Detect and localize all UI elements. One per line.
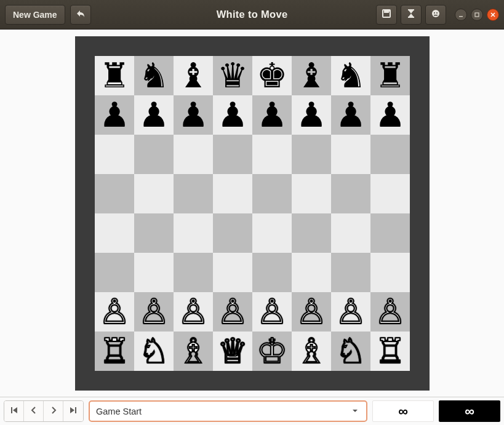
piece-wq[interactable]: ♕	[217, 334, 248, 368]
piece-wp[interactable]: ♙	[178, 295, 209, 329]
square[interactable]: ♙	[95, 292, 134, 332]
square[interactable]: ♝	[292, 56, 331, 95]
history-next-button[interactable]	[44, 401, 63, 421]
undo-button[interactable]	[70, 5, 91, 25]
square[interactable]: ♖	[370, 332, 410, 371]
square[interactable]	[95, 253, 134, 292]
square[interactable]: ♔	[252, 332, 292, 371]
square[interactable]	[292, 213, 331, 253]
piece-bp[interactable]: ♟	[138, 98, 169, 132]
piece-bn[interactable]: ♞	[335, 58, 366, 93]
piece-wp[interactable]: ♙	[335, 295, 366, 329]
square[interactable]	[331, 174, 370, 213]
square[interactable]	[174, 213, 213, 253]
piece-bp[interactable]: ♟	[257, 98, 287, 132]
square[interactable]	[331, 213, 370, 253]
square[interactable]	[370, 213, 410, 253]
square[interactable]: ♘	[331, 332, 370, 371]
square[interactable]: ♟	[292, 95, 331, 135]
square[interactable]: ♟	[95, 95, 134, 135]
square[interactable]: ♙	[213, 292, 252, 332]
save-button[interactable]	[376, 5, 397, 25]
close-button[interactable]	[487, 9, 499, 21]
square[interactable]	[331, 135, 370, 174]
piece-wp[interactable]: ♙	[138, 295, 169, 329]
minimize-button[interactable]	[455, 9, 467, 21]
square[interactable]: ♗	[292, 332, 331, 371]
piece-bb[interactable]: ♝	[178, 58, 209, 93]
square[interactable]: ♗	[174, 332, 213, 371]
square[interactable]: ♖	[95, 332, 134, 371]
square[interactable]	[95, 174, 134, 213]
piece-wp[interactable]: ♙	[217, 295, 248, 329]
piece-bp[interactable]: ♟	[335, 98, 366, 132]
timer-button[interactable]	[401, 5, 422, 25]
piece-br[interactable]: ♜	[375, 58, 406, 93]
square[interactable]	[174, 174, 213, 213]
square[interactable]	[213, 174, 252, 213]
square[interactable]	[134, 253, 174, 292]
piece-bp[interactable]: ♟	[296, 98, 327, 132]
square[interactable]	[213, 253, 252, 292]
piece-br[interactable]: ♜	[99, 58, 130, 93]
history-last-button[interactable]	[63, 401, 83, 421]
piece-wb[interactable]: ♗	[178, 334, 209, 368]
resign-button[interactable]	[425, 5, 446, 25]
square[interactable]	[134, 213, 174, 253]
square[interactable]: ♟	[213, 95, 252, 135]
square[interactable]	[134, 135, 174, 174]
square[interactable]	[95, 213, 134, 253]
new-game-button[interactable]: New Game	[5, 5, 65, 25]
square[interactable]: ♚	[252, 56, 292, 95]
square[interactable]: ♛	[213, 56, 252, 95]
square[interactable]: ♟	[174, 95, 213, 135]
piece-wr[interactable]: ♖	[99, 334, 130, 368]
square[interactable]	[370, 135, 410, 174]
piece-bk[interactable]: ♚	[257, 58, 287, 93]
square[interactable]: ♝	[174, 56, 213, 95]
square[interactable]: ♙	[370, 292, 410, 332]
piece-wp[interactable]: ♙	[99, 295, 130, 329]
square[interactable]	[370, 174, 410, 213]
square[interactable]	[213, 135, 252, 174]
square[interactable]: ♟	[331, 95, 370, 135]
square[interactable]	[252, 253, 292, 292]
square[interactable]	[331, 253, 370, 292]
maximize-button[interactable]	[471, 9, 483, 21]
square[interactable]: ♟	[252, 95, 292, 135]
square[interactable]: ♞	[331, 56, 370, 95]
square[interactable]: ♘	[134, 332, 174, 371]
piece-bq[interactable]: ♛	[217, 58, 248, 93]
piece-bp[interactable]: ♟	[99, 98, 130, 132]
square[interactable]	[370, 253, 410, 292]
move-history-combo[interactable]: Game Start	[89, 400, 367, 422]
piece-bp[interactable]: ♟	[217, 98, 248, 132]
piece-wn[interactable]: ♘	[335, 334, 366, 368]
piece-wp[interactable]: ♙	[375, 295, 406, 329]
square[interactable]: ♙	[252, 292, 292, 332]
square[interactable]	[292, 253, 331, 292]
square[interactable]: ♙	[134, 292, 174, 332]
square[interactable]: ♙	[174, 292, 213, 332]
piece-wr[interactable]: ♖	[375, 334, 406, 368]
piece-bb[interactable]: ♝	[296, 58, 327, 93]
square[interactable]: ♙	[331, 292, 370, 332]
square[interactable]	[292, 174, 331, 213]
square[interactable]	[95, 135, 134, 174]
piece-bp[interactable]: ♟	[375, 98, 406, 132]
square[interactable]	[134, 174, 174, 213]
piece-bn[interactable]: ♞	[138, 58, 169, 93]
piece-wn[interactable]: ♘	[138, 334, 169, 368]
piece-wk[interactable]: ♔	[257, 334, 287, 368]
square[interactable]	[252, 174, 292, 213]
square[interactable]: ♟	[134, 95, 174, 135]
square[interactable]: ♜	[95, 56, 134, 95]
square[interactable]	[252, 213, 292, 253]
square[interactable]: ♜	[370, 56, 410, 95]
piece-wp[interactable]: ♙	[296, 295, 327, 329]
square[interactable]	[213, 213, 252, 253]
piece-wb[interactable]: ♗	[296, 334, 327, 368]
square[interactable]: ♟	[370, 95, 410, 135]
square[interactable]: ♙	[292, 292, 331, 332]
history-prev-button[interactable]	[24, 401, 44, 421]
